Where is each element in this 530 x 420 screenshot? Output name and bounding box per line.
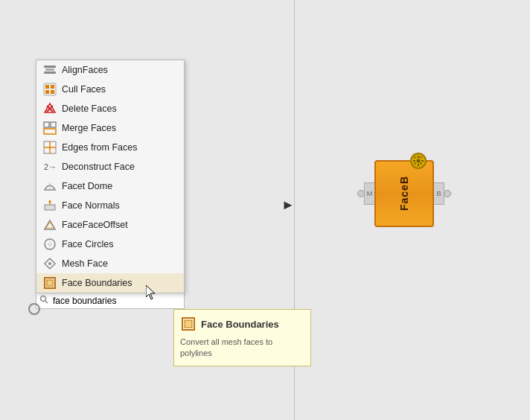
menu-item-face-face-offset-label: FaceFaceOffset xyxy=(62,220,128,230)
component-node: M FaceB B xyxy=(357,160,451,227)
menu-item-edges-from-faces-label: Edges from Faces xyxy=(62,142,137,153)
svg-rect-10 xyxy=(45,69,54,71)
svg-rect-20 xyxy=(44,122,49,127)
svg-rect-40 xyxy=(47,280,53,286)
svg-point-41 xyxy=(41,296,46,302)
svg-rect-7 xyxy=(414,162,416,165)
svg-rect-14 xyxy=(51,85,54,89)
align-faces-icon xyxy=(42,63,57,77)
menu-item-face-normals-label: Face Normals xyxy=(62,200,120,211)
menu-item-facet-dome[interactable]: Facet Dome xyxy=(36,176,184,196)
right-port-label: B xyxy=(436,190,441,197)
merge-faces-icon xyxy=(42,121,57,136)
svg-rect-9 xyxy=(44,66,56,68)
tooltip-header: Face Boundaries xyxy=(180,316,304,332)
svg-text:2→3: 2→3 xyxy=(44,162,57,171)
svg-rect-16 xyxy=(51,90,54,94)
svg-rect-21 xyxy=(51,122,56,127)
svg-rect-3 xyxy=(413,160,415,162)
svg-point-0 xyxy=(417,159,421,163)
face-circles-icon xyxy=(42,237,57,252)
menu-item-merge-faces[interactable]: Merge Faces xyxy=(36,118,184,138)
cull-faces-icon xyxy=(42,82,57,97)
tooltip-description: Convert all mesh faces to polylines xyxy=(180,337,304,360)
menu-item-deconstruct-face-label: Deconstruct Face xyxy=(62,162,135,172)
dropdown-menu: AlignFaces Cull Faces xyxy=(36,60,185,293)
svg-line-42 xyxy=(45,301,48,303)
menu-item-merge-faces-label: Merge Faces xyxy=(62,123,116,133)
menu-item-edges-from-faces[interactable]: Edges from Faces xyxy=(36,138,184,157)
svg-rect-4 xyxy=(421,160,424,162)
node-label: FaceB xyxy=(398,176,410,211)
canvas-area: ► M FaceB xyxy=(0,0,530,420)
svg-rect-29 xyxy=(45,205,55,210)
svg-rect-22 xyxy=(44,129,56,134)
menu-item-cull-faces[interactable]: Cull Faces xyxy=(36,80,184,99)
svg-rect-2 xyxy=(418,164,419,166)
menu-item-delete-faces[interactable]: Delete Faces xyxy=(36,99,184,118)
face-face-offset-icon xyxy=(42,217,57,232)
svg-rect-11 xyxy=(44,71,56,74)
menu-item-align-faces[interactable]: AlignFaces xyxy=(36,60,184,80)
tooltip-title: Face Boundaries xyxy=(201,319,279,330)
tooltip-popup: Face Boundaries Convert all mesh faces t… xyxy=(173,309,311,366)
node-body: FaceB xyxy=(374,160,434,227)
menu-item-face-circles-label: Face Circles xyxy=(62,239,113,249)
facet-dome-icon xyxy=(42,179,57,194)
menu-item-face-face-offset[interactable]: FaceFaceOffset xyxy=(36,215,184,235)
left-port-label: M xyxy=(367,190,373,197)
mesh-face-icon xyxy=(42,256,57,271)
node-right-port: B xyxy=(434,182,444,205)
search-box[interactable] xyxy=(36,292,185,309)
svg-point-38 xyxy=(48,262,51,265)
menu-item-delete-faces-label: Delete Faces xyxy=(62,104,117,114)
search-input[interactable] xyxy=(51,294,184,308)
menu-item-facet-dome-label: Facet Dome xyxy=(62,181,112,191)
svg-point-34 xyxy=(45,239,55,249)
svg-rect-6 xyxy=(420,156,422,159)
svg-rect-5 xyxy=(414,156,416,159)
face-normals-icon xyxy=(42,198,57,213)
deconstruct-face-icon: 2→3 xyxy=(42,159,57,174)
svg-rect-1 xyxy=(418,156,419,158)
node-gear-icon xyxy=(410,153,427,169)
menu-item-face-boundaries-label: Face Boundaries xyxy=(62,278,132,288)
svg-rect-8 xyxy=(420,162,422,165)
menu-item-face-boundaries[interactable]: Face Boundaries xyxy=(36,273,184,293)
edges-from-faces-icon xyxy=(42,140,57,155)
svg-marker-31 xyxy=(48,200,51,203)
menu-item-mesh-face-label: Mesh Face xyxy=(62,258,108,269)
svg-rect-15 xyxy=(45,90,49,94)
menu-item-align-faces-label: AlignFaces xyxy=(62,65,108,75)
menu-item-deconstruct-face[interactable]: 2→3 Deconstruct Face xyxy=(36,157,184,176)
right-connector-dot xyxy=(444,190,451,197)
svg-rect-13 xyxy=(45,85,49,89)
tooltip-icon xyxy=(180,316,197,332)
canvas-arrow: ► xyxy=(281,197,295,213)
node-left-port: M xyxy=(364,182,374,205)
menu-item-cull-faces-label: Cull Faces xyxy=(62,84,106,95)
bottom-left-indicator xyxy=(28,303,40,315)
delete-faces-icon xyxy=(42,101,57,116)
menu-item-face-circles[interactable]: Face Circles xyxy=(36,235,184,254)
face-boundaries-icon xyxy=(42,276,57,290)
menu-item-face-normals[interactable]: Face Normals xyxy=(36,196,184,215)
svg-rect-45 xyxy=(185,320,192,328)
menu-item-mesh-face[interactable]: Mesh Face xyxy=(36,254,184,273)
